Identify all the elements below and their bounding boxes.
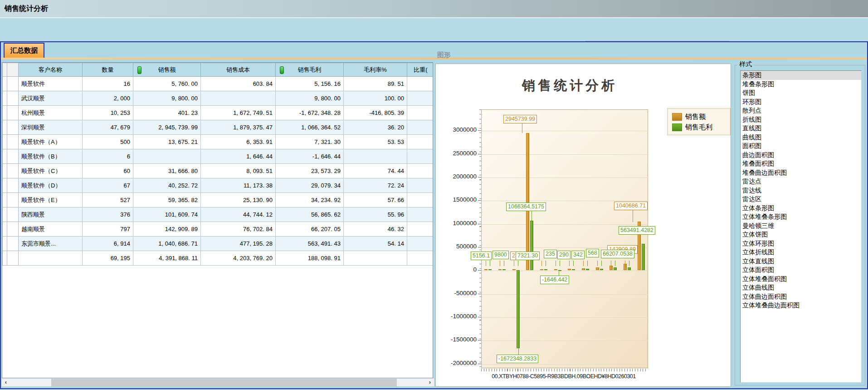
bar-gross-8[interactable] <box>600 269 603 271</box>
chart-style-listbox[interactable]: 条形图堆叠条形图饼图环形图散列点折线图直线图曲线图面积图曲边面积图堆叠面积图堆叠… <box>740 70 862 383</box>
bar-sales-5[interactable] <box>554 269 557 270</box>
row-indicator[interactable] <box>3 178 7 193</box>
column-header-3[interactable]: 数量 <box>83 63 133 77</box>
bar-gross-1[interactable] <box>502 269 506 270</box>
bar-sales-3[interactable] <box>526 133 529 271</box>
style-list-item[interactable]: 饼图 <box>741 89 861 98</box>
style-list-item[interactable]: 雷达区 <box>741 195 861 204</box>
style-list-item[interactable]: 立体曲边面积图 <box>741 292 861 301</box>
tab-summary-data[interactable]: 汇总数据 <box>4 43 44 58</box>
bar-gross-11[interactable] <box>642 244 645 270</box>
row-indicator-header[interactable] <box>3 63 7 77</box>
row-indicator[interactable] <box>7 120 19 135</box>
bar-gross-4[interactable] <box>544 269 547 270</box>
style-list-item[interactable]: 立体直线图 <box>741 257 861 266</box>
row-indicator[interactable] <box>7 106 19 120</box>
style-list-item[interactable]: 立体堆叠面积图 <box>741 275 861 284</box>
row-indicator[interactable] <box>3 207 7 222</box>
style-list-item[interactable]: 雷达点 <box>741 177 861 186</box>
bar-sales-2[interactable] <box>512 269 516 270</box>
row-indicator[interactable] <box>3 251 7 266</box>
row-indicator[interactable] <box>3 237 7 251</box>
bar-sales-1[interactable] <box>498 269 502 270</box>
row-indicator[interactable] <box>3 149 7 164</box>
table-row[interactable]: 顺景软件（D）6740, 252. 7211, 173. 3829, 079. … <box>3 178 434 193</box>
column-header-6[interactable]: 销售毛利 <box>276 63 344 77</box>
table-row[interactable]: 顺景软件165, 760. 00603. 845, 156. 1689. 51 <box>3 77 434 91</box>
table-row[interactable]: 顺景软件（C）6031, 666. 808, 093. 5123, 573. 2… <box>3 164 434 178</box>
table-total-row[interactable]: 69, 1954, 391, 868. 114, 203, 769. 20188… <box>3 251 434 266</box>
row-indicator[interactable] <box>3 120 7 135</box>
style-list-item[interactable]: 面积图 <box>741 142 861 151</box>
row-indicator[interactable] <box>7 77 19 91</box>
style-list-item[interactable]: 散列点 <box>741 106 861 115</box>
table-row[interactable]: 杭州顺景10, 253401. 231, 672, 749. 51-1, 672… <box>3 106 434 120</box>
style-list-item[interactable]: 立体饼图 <box>741 230 861 239</box>
style-list-item[interactable]: 立体面积图 <box>741 266 861 275</box>
row-indicator[interactable] <box>3 77 7 91</box>
table-row[interactable]: 越南顺景797142, 909. 8976, 702. 8466, 207. 0… <box>3 222 434 237</box>
bar-gross-9[interactable] <box>614 267 617 270</box>
row-indicator[interactable] <box>7 207 19 222</box>
style-list-item[interactable]: 曲线图 <box>741 133 861 142</box>
scrollbar-thumb[interactable] <box>51 379 397 386</box>
bar-gross-6[interactable] <box>572 269 575 270</box>
style-list-item[interactable]: 直线图 <box>741 124 861 133</box>
scroll-left-arrow-icon[interactable]: ‹ <box>2 379 10 386</box>
table-row[interactable]: 陕西顺景376101, 609. 7444, 744. 1256, 865. 6… <box>3 207 434 222</box>
style-list-item[interactable]: 折线图 <box>741 115 861 124</box>
table-row[interactable]: 东莞市顺景...6, 9141, 040, 686. 71477, 195. 2… <box>3 237 434 251</box>
scroll-right-arrow-icon[interactable]: › <box>426 379 434 386</box>
column-header-4[interactable]: 销售额 <box>133 63 201 77</box>
style-list-item[interactable]: 条形图 <box>741 71 861 80</box>
bar-sales-8[interactable] <box>596 267 599 270</box>
style-list-item[interactable]: 立体堆叠条形图 <box>741 212 861 222</box>
style-list-item[interactable]: 堆叠面积图 <box>741 159 861 168</box>
bar-gross-10[interactable] <box>628 267 631 271</box>
style-list-item[interactable]: 环形图 <box>741 98 861 107</box>
bar-sales-0[interactable] <box>484 269 488 270</box>
style-list-item[interactable]: 曲边面积图 <box>741 151 861 160</box>
style-list-item[interactable]: 立体折线图 <box>741 248 861 257</box>
style-list-item[interactable]: 雷达线 <box>741 186 861 195</box>
bar-gross-7[interactable] <box>586 269 589 270</box>
row-indicator[interactable] <box>7 237 19 251</box>
bar-gross-0[interactable] <box>488 269 492 270</box>
bar-sales-4[interactable] <box>540 269 543 270</box>
style-list-item[interactable]: 堆叠条形图 <box>741 80 861 89</box>
row-indicator[interactable] <box>3 91 7 106</box>
horizontal-scrollbar[interactable]: ‹ › <box>2 378 434 386</box>
row-indicator[interactable] <box>7 251 19 266</box>
row-indicator[interactable] <box>7 149 19 164</box>
table-row[interactable]: 顺景软件（A）50013, 675. 216, 353. 917, 321. 3… <box>3 135 434 149</box>
column-header-8[interactable]: 比重( <box>407 63 434 77</box>
column-header-2[interactable]: 客户名称 <box>19 63 83 77</box>
style-list-item[interactable]: 立体曲线图 <box>741 283 861 292</box>
bar-sales-7[interactable] <box>582 268 585 270</box>
row-indicator[interactable] <box>7 164 19 178</box>
row-indicator[interactable] <box>3 164 7 178</box>
table-row[interactable]: 深圳顺景47, 6792, 945, 739. 991, 879, 375. 4… <box>3 120 434 135</box>
style-list-item[interactable]: 曼哈顿三维 <box>741 222 861 231</box>
bar-sales-6[interactable] <box>568 269 571 270</box>
row-indicator[interactable] <box>7 178 19 193</box>
table-row[interactable]: 顺景软件（E）52759, 365. 8225, 130. 9034, 234.… <box>3 193 434 207</box>
column-header-5[interactable]: 销售成本 <box>201 63 276 77</box>
style-list-item[interactable]: 堆叠曲边面积图 <box>741 168 861 178</box>
row-indicator[interactable] <box>3 193 7 207</box>
bar-sales-9[interactable] <box>610 266 613 270</box>
column-header-7[interactable]: 毛利率% <box>344 63 407 77</box>
bar-gross-3[interactable] <box>530 221 533 271</box>
style-list-item[interactable]: 立体堆叠曲边面积图 <box>741 301 861 310</box>
row-indicator[interactable] <box>7 222 19 237</box>
row-indicator[interactable] <box>3 222 7 237</box>
row-indicator[interactable] <box>3 135 7 149</box>
row-indicator-header[interactable] <box>7 63 19 77</box>
row-indicator[interactable] <box>7 193 19 207</box>
row-indicator[interactable] <box>7 91 19 106</box>
bar-gross-2[interactable] <box>517 270 520 348</box>
style-list-item[interactable]: 立体条形图 <box>741 204 861 213</box>
green-filter-icon[interactable] <box>137 66 141 74</box>
green-filter-icon[interactable] <box>280 66 284 74</box>
table-row[interactable]: 顺景软件（B）61, 646. 44-1, 646. 44 <box>3 149 434 164</box>
